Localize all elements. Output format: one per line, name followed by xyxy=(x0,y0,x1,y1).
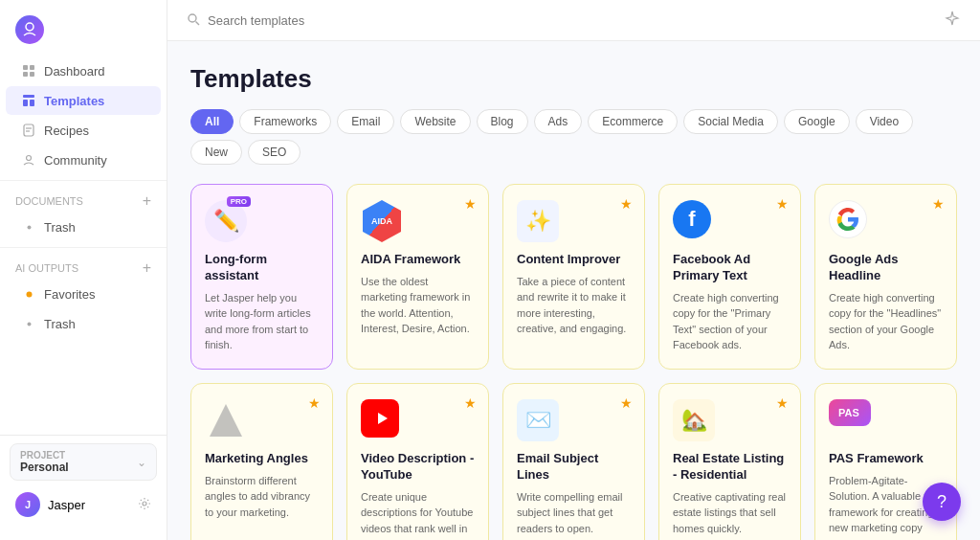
svg-line-17 xyxy=(196,21,200,25)
template-card-marketing-angles[interactable]: ★ Marketing Angles Brainstorm different … xyxy=(190,383,333,540)
email-subject-star: ★ xyxy=(620,395,633,411)
filter-tab-google[interactable]: Google xyxy=(784,109,850,134)
template-card-real-estate[interactable]: ★ 🏡 Real Estate Listing - Residential Cr… xyxy=(658,383,801,540)
long-form-title: Long-form assistant xyxy=(205,252,319,284)
yt-desc-desc: Create unique descriptions for Youtube v… xyxy=(361,489,475,540)
filter-tab-seo[interactable]: SEO xyxy=(248,140,301,165)
email-subject-title: Email Subject Lines xyxy=(517,451,631,484)
sidebar-item-favorites[interactable]: Favorites xyxy=(6,280,161,308)
project-selector[interactable]: PROJECT Personal ⌄ xyxy=(10,443,157,481)
google-ads-star: ★ xyxy=(932,196,945,212)
real-estate-desc: Creative captivating real estate listing… xyxy=(673,489,787,537)
filter-tab-ecommerce[interactable]: Ecommerce xyxy=(588,109,678,134)
sidebar-nav: Dashboard Templates Recipes Community Do… xyxy=(0,56,167,435)
template-card-aida[interactable]: ★ AIDA AIDA Framework Use the oldest mar… xyxy=(346,184,489,370)
sidebar-divider-1 xyxy=(0,180,167,181)
svg-rect-1 xyxy=(23,65,28,70)
svg-marker-18 xyxy=(210,404,242,437)
search-bar xyxy=(167,0,980,41)
favorites-icon xyxy=(21,286,36,302)
svg-point-12 xyxy=(27,225,31,229)
recipes-icon xyxy=(21,123,36,138)
filter-tab-email[interactable]: Email xyxy=(337,109,394,134)
google-ads-title: Google Ads Headline xyxy=(829,252,943,284)
help-fab[interactable]: ? xyxy=(923,483,961,521)
sidebar-item-ai-trash-label: Trash xyxy=(44,317,76,331)
community-icon xyxy=(21,152,36,168)
sidebar-item-trash-label: Trash xyxy=(44,220,76,235)
aida-icon: AIDA xyxy=(361,200,403,242)
pas-title: PAS Framework xyxy=(829,451,943,467)
sidebar-item-recipes[interactable]: Recipes xyxy=(6,116,161,145)
email-subject-icon-wrap: ✉️ xyxy=(517,399,559,441)
svg-point-16 xyxy=(189,14,196,22)
content-improver-title: Content Improver xyxy=(517,252,631,268)
search-input[interactable] xyxy=(208,13,934,28)
trash-icon-docs xyxy=(21,219,36,235)
sidebar-item-ai-trash[interactable]: Trash xyxy=(6,309,161,338)
aida-desc: Use the oldest marketing framework in th… xyxy=(361,274,475,337)
marketing-angles-star: ★ xyxy=(308,395,321,411)
house-icon: 🏡 xyxy=(673,399,715,441)
fb-ad-title: Facebook Ad Primary Text xyxy=(673,252,787,284)
sidebar-item-templates-label: Templates xyxy=(44,94,104,108)
documents-label: Documents xyxy=(15,195,83,207)
svg-rect-4 xyxy=(30,72,34,77)
svg-rect-5 xyxy=(23,95,34,98)
avatar: J xyxy=(15,492,40,517)
documents-add-button[interactable]: + xyxy=(143,192,151,210)
template-card-yt-desc[interactable]: ★ Video Description - YouTube Create uni… xyxy=(346,383,489,540)
marketing-angles-desc: Brainstorm different angles to add vibra… xyxy=(205,473,319,521)
filter-tab-blog[interactable]: Blog xyxy=(477,109,528,134)
sidebar-item-community[interactable]: Community xyxy=(6,146,161,174)
sidebar-item-recipes-label: Recipes xyxy=(44,124,89,138)
template-card-content-improver[interactable]: ★ ✨ Content Improver Take a piece of con… xyxy=(502,184,645,370)
svg-marker-19 xyxy=(378,413,388,424)
svg-point-14 xyxy=(27,322,31,326)
real-estate-title: Real Estate Listing - Residential xyxy=(673,451,787,484)
user-name: Jasper xyxy=(48,498,130,512)
app-logo xyxy=(15,15,44,44)
yt-desc-title: Video Description - YouTube xyxy=(361,451,475,484)
filter-tab-new[interactable]: New xyxy=(190,140,242,165)
pas-icon-wrap: PAS xyxy=(829,399,871,441)
filter-tab-ads[interactable]: Ads xyxy=(534,109,583,134)
sidebar-item-dashboard[interactable]: Dashboard xyxy=(6,56,161,85)
aida-star: ★ xyxy=(464,196,477,212)
filter-tab-website[interactable]: Website xyxy=(400,109,470,134)
ai-outputs-add-button[interactable]: + xyxy=(143,259,151,277)
sidebar-bottom: PROJECT Personal ⌄ J Jasper xyxy=(0,435,167,529)
main-content: Templates All Frameworks Email Website B… xyxy=(167,0,980,540)
filter-tab-frameworks[interactable]: Frameworks xyxy=(239,109,331,134)
filter-tabs: All Frameworks Email Website Blog Ads Ec… xyxy=(190,109,957,165)
template-card-fb-ad[interactable]: ★ f Facebook Ad Primary Text Create high… xyxy=(658,184,801,370)
sidebar-item-community-label: Community xyxy=(44,153,107,168)
long-form-desc: Let Jasper help you write long-form arti… xyxy=(205,290,319,353)
template-card-google-ads[interactable]: ★ Google Ads Headline Create high conver… xyxy=(814,184,957,370)
template-card-email-subject[interactable]: ★ ✉️ Email Subject Lines Write compellin… xyxy=(502,383,645,540)
ai-outputs-section: AI outputs + xyxy=(0,254,167,279)
youtube-icon xyxy=(361,399,399,438)
marketing-angles-icon-wrap xyxy=(205,399,247,441)
search-icon xyxy=(187,12,200,29)
google-icon xyxy=(829,200,867,238)
filter-tab-all[interactable]: All xyxy=(190,109,234,134)
sidebar-item-documents-trash[interactable]: Trash xyxy=(6,213,161,241)
filter-tab-video[interactable]: Video xyxy=(856,109,913,134)
svg-rect-3 xyxy=(23,72,28,77)
long-form-icon-wrap: ✏️ PRO xyxy=(205,200,247,242)
template-grid: ✏️ PRO Long-form assistant Let Jasper he… xyxy=(190,184,957,540)
filter-tab-social[interactable]: Social Media xyxy=(683,109,778,134)
template-card-long-form[interactable]: ✏️ PRO Long-form assistant Let Jasper he… xyxy=(190,184,333,370)
yt-desc-star: ★ xyxy=(464,395,477,411)
aida-title: AIDA Framework xyxy=(361,252,475,268)
sidebar-item-favorites-label: Favorites xyxy=(44,287,95,302)
dashboard-icon xyxy=(21,63,36,79)
sparkle-button[interactable] xyxy=(944,10,961,31)
svg-point-0 xyxy=(26,23,33,31)
real-estate-star: ★ xyxy=(776,395,789,411)
gear-icon[interactable] xyxy=(138,497,151,513)
pas-icon: PAS xyxy=(829,399,871,426)
sidebar-item-templates[interactable]: Templates xyxy=(6,86,161,115)
user-row: J Jasper xyxy=(10,488,157,521)
